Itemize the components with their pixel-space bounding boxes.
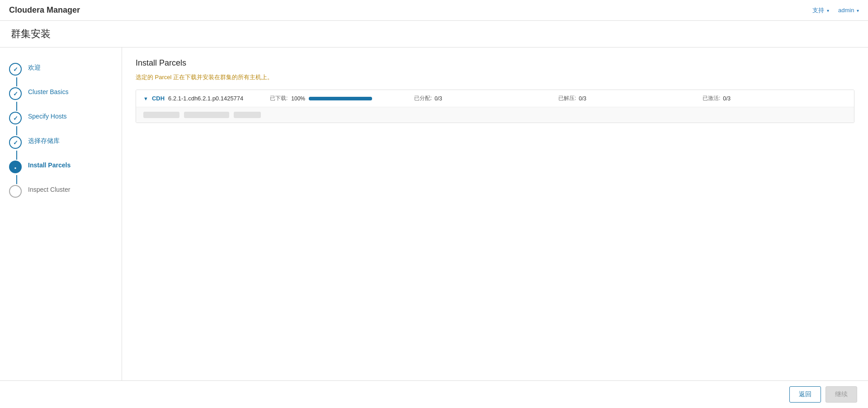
distributed-value: 0/3 [434,95,442,102]
step-label-inspect-cluster: Inspect Cluster [28,184,70,193]
support-dropdown-icon: ▾ [827,8,829,13]
step-icon-install-parcels [9,161,22,173]
page-title: 群集安装 [11,27,857,41]
navbar: Cloudera Manager 支持 ▾ admin ▾ [0,0,868,21]
brand: Cloudera Manager [9,5,80,15]
step-icon-welcome [9,63,22,76]
checkmark-icon [13,66,18,73]
info-text: 选定的 Parcel 正在下载并安装在群集的所有主机上。 [136,73,854,81]
page-title-bar: 群集安装 [0,21,868,47]
downloaded-value: 100% [291,95,305,102]
step-label-select-repo: 选择存储库 [28,135,60,145]
brand-prefix: Cloudera [9,5,44,14]
skeleton-row [136,107,854,123]
extracted-stat: 已解压: 0/3 [558,95,703,102]
support-link[interactable]: 支持 ▾ [812,6,829,14]
parcel-table: ▼ CDH 6.2.1-1.cdh6.2.1.p0.1425774 已下载: 1… [136,90,854,123]
step-icon-select-repo [9,136,22,149]
checkmark-icon-3 [13,114,18,122]
skeleton-block-3 [234,112,261,118]
parcel-name-prefix: CDH [152,95,165,102]
step-icon-inspect-cluster [9,185,22,198]
dot-icon [14,163,17,171]
sidebar: 欢迎 Cluster Basics Specify Hosts 选择存储库 In [0,47,122,384]
sidebar-item-select-repo[interactable]: 选择存储库 [0,130,122,154]
progress-bar-wrap [309,97,372,100]
distributed-label: 已分配: [414,95,432,102]
skeleton-block-1 [143,112,179,118]
distributed-stat: 已分配: 0/3 [414,95,558,102]
step-label-specify-hosts: Specify Hosts [28,111,67,120]
sidebar-item-inspect-cluster[interactable]: Inspect Cluster [0,179,122,203]
step-icon-specify-hosts [9,112,22,124]
admin-link[interactable]: admin ▾ [838,7,859,14]
extracted-value: 0/3 [579,95,586,102]
parcel-row: ▼ CDH 6.2.1-1.cdh6.2.1.p0.1425774 已下载: 1… [136,90,854,107]
activated-stat: 已激活: 0/3 [703,95,847,102]
activated-label: 已激活: [703,95,720,102]
progress-bar-fill [309,97,372,100]
content-area: Install Parcels 选定的 Parcel 正在下载并安装在群集的所有… [122,47,868,384]
sidebar-item-specify-hosts[interactable]: Specify Hosts [0,105,122,130]
skeleton-block-2 [184,112,229,118]
navbar-right: 支持 ▾ admin ▾ [812,6,859,14]
checkmark-icon-2 [13,90,18,97]
main-layout: 欢迎 Cluster Basics Specify Hosts 选择存储库 In [0,47,868,384]
step-label-cluster-basics: Cluster Basics [28,86,68,95]
activated-value: 0/3 [723,95,731,102]
sidebar-item-cluster-basics[interactable]: Cluster Basics [0,81,122,105]
admin-dropdown-icon: ▾ [857,8,859,13]
download-stat: 已下载: 100% [270,95,414,102]
parcel-stats: 已下载: 100% 已分配: 0/3 已解压: 0/3 [270,95,847,102]
parcel-name-version: 6.2.1-1.cdh6.2.1.p0.1425774 [168,95,243,102]
content-title: Install Parcels [136,58,854,68]
checkmark-icon-4 [13,139,18,146]
step-icon-cluster-basics [9,87,22,100]
step-label-welcome: 欢迎 [28,62,41,72]
sidebar-item-welcome[interactable]: 欢迎 [0,57,122,81]
parcel-name: ▼ CDH 6.2.1-1.cdh6.2.1.p0.1425774 [143,95,270,102]
step-label-install-parcels: Install Parcels [28,160,71,169]
brand-suffix: Manager [47,5,80,14]
extracted-label: 已解压: [558,95,576,102]
action-bar: 返回 继续 [0,380,868,384]
downloaded-label: 已下载: [270,95,288,102]
sidebar-item-install-parcels[interactable]: Install Parcels [0,154,122,179]
chevron-down-icon: ▼ [143,96,148,101]
